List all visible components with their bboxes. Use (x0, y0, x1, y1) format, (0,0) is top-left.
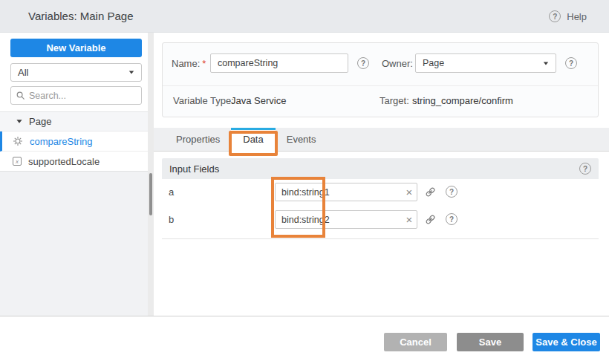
search-input[interactable] (29, 91, 126, 101)
variable-type-label: Variable Type: (173, 91, 234, 111)
target-label: Target: (380, 91, 409, 111)
search-icon (16, 91, 25, 100)
field-b-help-icon[interactable]: ? (446, 213, 457, 225)
link-icon[interactable] (425, 186, 436, 198)
active-tab-indicator (231, 128, 275, 130)
variables-dialog: Variables: Main Page ? Help New Variable… (0, 0, 609, 364)
tree-group-page[interactable]: Page (0, 111, 148, 131)
help-icon: ? (549, 10, 561, 22)
clear-icon[interactable]: × (402, 213, 417, 226)
service-icon (13, 136, 23, 146)
input-fields-title: Input Fields (169, 163, 219, 175)
owner-dropdown[interactable]: Page (415, 53, 556, 73)
name-owner-row: Name:* ? Owner:* Page ? (163, 53, 598, 74)
owner-value: Page (423, 58, 444, 68)
bind-input-b-wrap: × (275, 210, 417, 229)
variable-filter-value: All (18, 67, 28, 78)
help-label: Help (567, 11, 587, 22)
variable-filter-dropdown[interactable]: All (10, 63, 142, 82)
type-target-row: Variable Type: Java Service Target: stri… (163, 91, 598, 111)
tab-data[interactable]: Data (231, 128, 275, 152)
variable-type-value: Java Service (231, 91, 286, 111)
sidebar-scrollbar[interactable] (148, 33, 154, 316)
link-icon[interactable] (425, 214, 436, 225)
save-and-close-button[interactable]: Save & Close (533, 333, 600, 351)
tree-item-supportedlocale[interactable]: x supportedLocale (0, 152, 148, 172)
new-variable-button[interactable]: New Variable (10, 39, 142, 57)
variable-icon: x (13, 157, 22, 166)
target-value: string_compare/confirm (412, 91, 513, 111)
sidebar-empty-area (0, 172, 148, 316)
panel-divider (163, 85, 598, 86)
field-label-a: a (169, 183, 174, 202)
field-a-help-icon[interactable]: ? (446, 186, 457, 198)
detail-tabbar: Properties Data Events (154, 128, 609, 152)
search-box[interactable] (10, 86, 142, 105)
bind-input-b[interactable] (276, 211, 402, 228)
owner-help-icon[interactable]: ? (565, 57, 577, 69)
footer-bar: Cancel Save Save & Close (0, 316, 609, 364)
input-fields-section: Input Fields ? a × ? (162, 158, 599, 239)
cancel-button[interactable]: Cancel (384, 333, 447, 351)
variable-tree: Page compareString x supportedLocale (0, 111, 148, 172)
help-button[interactable]: ? Help (549, 0, 587, 33)
name-label: Name:* (172, 53, 206, 74)
tree-item-label: compareString (30, 136, 93, 147)
save-button[interactable]: Save (457, 333, 524, 351)
chevron-down-icon (544, 62, 548, 65)
tab-properties[interactable]: Properties (165, 128, 231, 152)
tab-events[interactable]: Events (276, 128, 328, 152)
variable-detail-panel: Name:* ? Owner:* Page ? Variable Type: J… (154, 33, 609, 316)
input-fields-help-icon[interactable]: ? (579, 163, 591, 175)
required-asterisk: * (202, 58, 206, 69)
page-title: Variables: Main Page (28, 0, 133, 33)
input-field-row-a: a × ? (162, 183, 599, 202)
bind-input-a[interactable] (276, 183, 402, 201)
variables-sidebar: New Variable All Page (0, 33, 148, 316)
clear-icon[interactable]: × (402, 186, 417, 198)
variable-summary-panel: Name:* ? Owner:* Page ? Variable Type: J… (162, 42, 599, 117)
input-field-row-b: b × ? (162, 210, 599, 230)
bind-input-a-wrap: × (275, 183, 417, 201)
tree-group-label: Page (29, 116, 51, 127)
title-bar: Variables: Main Page ? Help (0, 0, 609, 33)
input-fields-header: Input Fields ? (162, 158, 599, 179)
field-label-b: b (169, 210, 174, 230)
collapse-icon (16, 120, 22, 123)
name-input[interactable] (210, 53, 348, 73)
tree-item-comparestring[interactable]: compareString (0, 131, 148, 152)
scrollbar-thumb[interactable] (149, 173, 152, 215)
owner-label: Owner:* (382, 53, 419, 74)
name-help-icon[interactable]: ? (357, 57, 369, 69)
tab-data-label: Data (243, 134, 263, 145)
chevron-down-icon (129, 71, 134, 74)
tree-item-label: supportedLocale (28, 156, 100, 167)
